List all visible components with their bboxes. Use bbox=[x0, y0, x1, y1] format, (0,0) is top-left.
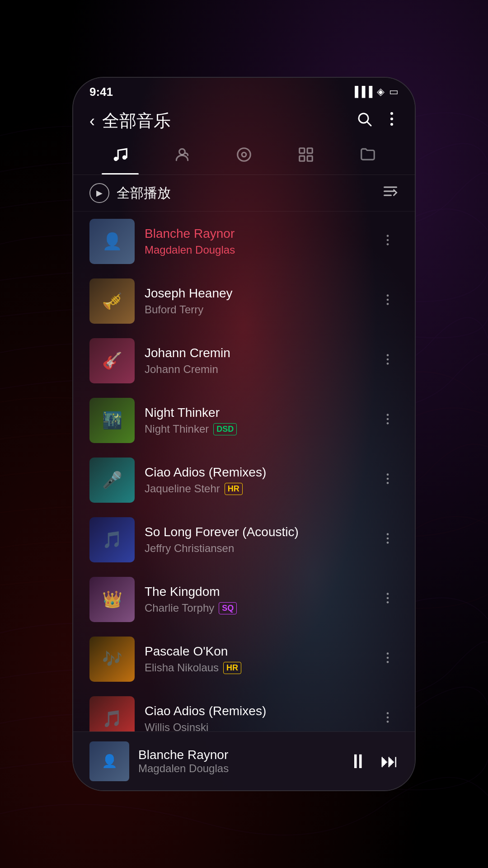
svg-point-41 bbox=[387, 712, 389, 714]
song-item[interactable]: 🎵 So Long Forever (Acoustic) Jeffry Chri… bbox=[73, 510, 415, 570]
song-item[interactable]: 👑 The Kingdom Charlie Torphy SQ bbox=[73, 570, 415, 629]
phone-frame: 9:41 ▐▐▐ ◈ ▭ ‹ 全部音乐 bbox=[72, 77, 416, 791]
song-thumbnail: 🎺 bbox=[89, 278, 135, 324]
svg-point-24 bbox=[387, 358, 389, 360]
svg-point-26 bbox=[387, 414, 389, 416]
song-thumbnail: 🌃 bbox=[89, 398, 135, 443]
svg-point-18 bbox=[387, 239, 389, 241]
song-title: Pascale O'Kon bbox=[145, 644, 367, 659]
search-icon[interactable] bbox=[356, 111, 372, 131]
tab-albums[interactable] bbox=[213, 142, 275, 175]
tab-artists[interactable] bbox=[151, 142, 213, 175]
now-playing-thumb-emoji: 👤 bbox=[102, 754, 117, 769]
svg-point-19 bbox=[387, 243, 389, 245]
song-artist: Charlie Torphy bbox=[145, 602, 214, 614]
song-more-button[interactable] bbox=[377, 229, 399, 255]
song-more-button[interactable] bbox=[377, 646, 399, 672]
status-icons: ▐▐▐ ◈ ▭ bbox=[351, 86, 399, 98]
quality-badge: DSD bbox=[213, 423, 237, 435]
svg-rect-12 bbox=[300, 156, 305, 161]
play-all-label: 全部播放 bbox=[117, 184, 171, 203]
svg-point-32 bbox=[387, 533, 389, 535]
song-info: Johann Cremin Johann Cremin bbox=[145, 346, 367, 376]
play-all-left: ▶ 全部播放 bbox=[89, 183, 171, 203]
song-artist-row: Elisha Nikolaus HR bbox=[145, 661, 367, 674]
tab-library[interactable] bbox=[275, 142, 337, 175]
song-title: So Long Forever (Acoustic) bbox=[145, 525, 367, 539]
song-artist: Jeffry Christiansen bbox=[145, 542, 234, 555]
song-info: Joseph Heaney Buford Terry bbox=[145, 286, 367, 316]
song-thumbnail: 🎶 bbox=[89, 637, 135, 682]
song-title: Johann Cremin bbox=[145, 346, 367, 360]
song-more-button[interactable] bbox=[377, 527, 399, 553]
song-artist: Night Thinker bbox=[145, 423, 209, 435]
svg-point-30 bbox=[387, 477, 389, 480]
header-right bbox=[356, 111, 399, 131]
svg-point-25 bbox=[387, 363, 389, 365]
svg-point-7 bbox=[179, 149, 185, 155]
quality-badge: SQ bbox=[219, 602, 237, 614]
song-artist: Willis Osinski bbox=[145, 721, 208, 731]
tab-bar bbox=[73, 137, 415, 175]
pause-button[interactable]: ⏸ bbox=[348, 750, 368, 773]
sort-icon[interactable] bbox=[382, 184, 399, 202]
back-button[interactable]: ‹ bbox=[89, 112, 95, 131]
song-artist-row: Jeffry Christiansen bbox=[145, 542, 367, 555]
header-left: ‹ 全部音乐 bbox=[89, 109, 171, 132]
svg-point-39 bbox=[387, 656, 389, 659]
svg-point-20 bbox=[387, 294, 389, 297]
song-info: Pascale O'Kon Elisha Nikolaus HR bbox=[145, 644, 367, 674]
song-item[interactable]: 🎶 Pascale O'Kon Elisha Nikolaus HR bbox=[73, 629, 415, 689]
song-title: The Kingdom bbox=[145, 585, 367, 599]
song-artist-row: Willis Osinski bbox=[145, 721, 367, 731]
song-info: Blanche Raynor Magdalen Douglas bbox=[145, 226, 367, 256]
song-title: Night Thinker bbox=[145, 406, 367, 420]
svg-point-5 bbox=[114, 157, 118, 161]
song-artist-row: Johann Cremin bbox=[145, 363, 367, 376]
tab-albums-icon bbox=[235, 146, 253, 167]
song-info: Ciao Adios (Remixes) Jaqueline Stehr HR bbox=[145, 465, 367, 495]
song-item[interactable]: 👤 Blanche Raynor Magdalen Douglas bbox=[73, 212, 415, 271]
svg-point-37 bbox=[387, 601, 389, 604]
svg-point-36 bbox=[387, 597, 389, 599]
song-item[interactable]: 🌃 Night Thinker Night Thinker DSD bbox=[73, 391, 415, 450]
song-artist-row: Buford Terry bbox=[145, 303, 367, 316]
tab-folders[interactable] bbox=[337, 142, 399, 175]
song-more-button[interactable] bbox=[377, 408, 399, 434]
now-playing-bar[interactable]: 👤 Blanche Raynor Magdalen Douglas ⏸ ⏭ bbox=[73, 731, 415, 790]
song-item[interactable]: 🎤 Ciao Adios (Remixes) Jaqueline Stehr H… bbox=[73, 450, 415, 510]
song-more-button[interactable] bbox=[377, 288, 399, 314]
svg-rect-13 bbox=[307, 156, 312, 161]
svg-point-38 bbox=[387, 652, 389, 655]
song-more-button[interactable] bbox=[377, 706, 399, 732]
song-item[interactable]: 🎸 Johann Cremin Johann Cremin bbox=[73, 331, 415, 391]
song-list: 👤 Blanche Raynor Magdalen Douglas 🎺 bbox=[73, 212, 415, 731]
tab-artists-icon bbox=[174, 146, 191, 167]
now-playing-title: Blanche Raynor bbox=[138, 748, 339, 762]
song-item[interactable]: 🎵 Ciao Adios (Remixes) Willis Osinski bbox=[73, 689, 415, 731]
svg-rect-11 bbox=[307, 148, 312, 153]
song-more-button[interactable] bbox=[377, 587, 399, 613]
quality-badge: HR bbox=[225, 483, 243, 495]
song-thumbnail: 👑 bbox=[89, 577, 135, 622]
play-all-circle-icon: ▶ bbox=[89, 183, 109, 203]
svg-point-2 bbox=[390, 112, 393, 115]
play-all-bar[interactable]: ▶ 全部播放 bbox=[73, 175, 415, 212]
song-more-button[interactable] bbox=[377, 348, 399, 374]
tab-songs[interactable] bbox=[89, 142, 151, 175]
svg-point-9 bbox=[242, 152, 246, 157]
song-title: Joseph Heaney bbox=[145, 286, 367, 301]
more-options-icon[interactable] bbox=[385, 111, 399, 131]
svg-point-6 bbox=[122, 156, 127, 160]
phone-content: 9:41 ▐▐▐ ◈ ▭ ‹ 全部音乐 bbox=[73, 78, 415, 790]
skip-button[interactable]: ⏭ bbox=[380, 751, 399, 771]
signal-icon: ▐▐▐ bbox=[351, 86, 372, 98]
song-thumbnail: 🎵 bbox=[89, 517, 135, 562]
song-more-button[interactable] bbox=[377, 467, 399, 493]
tab-library-icon bbox=[297, 146, 314, 167]
song-item[interactable]: 🎺 Joseph Heaney Buford Terry bbox=[73, 271, 415, 331]
song-thumbnail: 🎵 bbox=[89, 696, 135, 731]
song-artist: Jaqueline Stehr bbox=[145, 482, 220, 495]
song-title: Ciao Adios (Remixes) bbox=[145, 704, 367, 718]
song-info: So Long Forever (Acoustic) Jeffry Christ… bbox=[145, 525, 367, 555]
